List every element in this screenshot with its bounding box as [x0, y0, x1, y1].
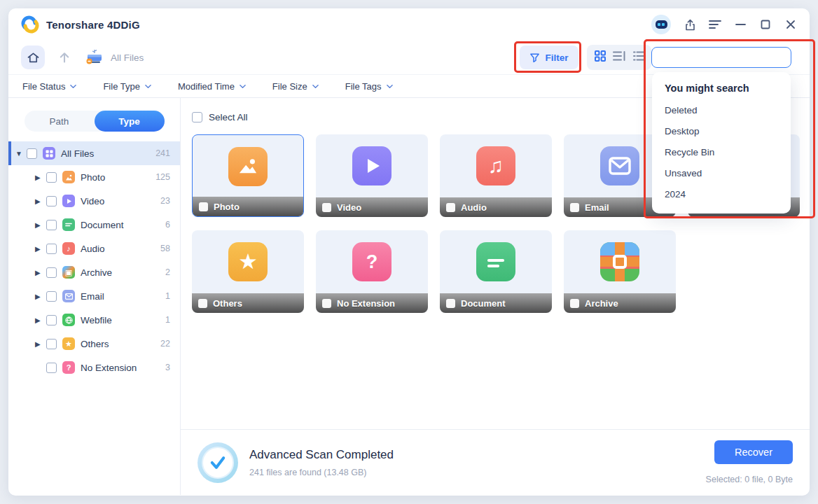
sidebar-item-label: All Files [61, 148, 94, 159]
card-video[interactable]: Video [316, 134, 428, 217]
grid-view-icon[interactable] [594, 50, 606, 65]
close-icon[interactable] [784, 18, 797, 31]
minimize-icon[interactable] [734, 18, 747, 31]
search-input[interactable] [662, 52, 785, 63]
checkbox[interactable] [27, 148, 37, 159]
sidebar-item-all-files[interactable]: ▼ All Files 241 [8, 141, 180, 165]
view-mode-switcher [587, 45, 651, 70]
home-button[interactable] [21, 46, 45, 69]
chevron-down-icon [145, 83, 151, 90]
card-document[interactable]: Document [440, 230, 552, 313]
detail-list-view-icon[interactable] [613, 50, 626, 64]
sidebar-item-audio[interactable]: ▶ ♪ Audio 58 [8, 237, 180, 260]
video-icon [62, 195, 75, 207]
up-arrow-button[interactable] [57, 50, 71, 64]
video-icon [352, 146, 391, 186]
checkbox[interactable] [46, 291, 57, 302]
select-all-label: Select All [209, 112, 248, 122]
filter-modified-time[interactable]: Modified Time [178, 81, 246, 92]
status-bar: Advanced Scan Completed 241 files are fo… [181, 429, 810, 495]
checkbox[interactable] [46, 172, 57, 183]
checkbox[interactable] [46, 220, 57, 230]
card-photo[interactable]: Photo [192, 134, 304, 217]
document-icon [476, 242, 515, 281]
card-others[interactable]: ★ Others [192, 230, 304, 313]
app-logo-icon [21, 15, 39, 34]
sidebar-item-count: 241 [155, 148, 180, 158]
chevron-down-icon [240, 83, 246, 90]
suggestion-unsaved[interactable]: Unsaved [665, 162, 778, 183]
filter-button-label: Filter [545, 52, 568, 63]
tab-path[interactable]: Path [25, 111, 95, 132]
card-checkbox[interactable] [570, 203, 579, 212]
card-no-extension[interactable]: ? No Extension [316, 230, 428, 313]
card-checkbox[interactable] [570, 299, 579, 308]
card-checkbox[interactable] [322, 203, 331, 212]
sidebar-item-archive[interactable]: ▶ ▣ Archive 2 [8, 260, 180, 284]
checkbox[interactable] [46, 315, 57, 326]
sidebar-item-webfile[interactable]: ▶ Webfile 1 [8, 308, 180, 332]
filter-button[interactable]: Filter [520, 46, 578, 69]
sidebar-item-photo[interactable]: ▶ Photo 125 [8, 165, 180, 189]
suggestion-2024[interactable]: 2024 [665, 183, 778, 204]
filter-file-status[interactable]: File Status [22, 81, 76, 92]
card-checkbox[interactable] [198, 299, 207, 308]
checkbox[interactable] [46, 339, 57, 349]
sidebar-item-others[interactable]: ▶ ★ Others 22 [8, 332, 180, 356]
sidebar-tab-toggle: Path Type [25, 111, 165, 132]
suggestions-header: You might search [665, 83, 778, 94]
card-checkbox[interactable] [322, 299, 331, 308]
filter-file-size[interactable]: File Size [272, 81, 319, 92]
caret-right-icon[interactable]: ▶ [35, 269, 45, 276]
caret-right-icon[interactable]: ▶ [35, 340, 45, 348]
card-audio[interactable]: ♫ Audio [440, 134, 552, 217]
breadcrumb: All Files [111, 52, 144, 63]
card-checkbox[interactable] [446, 299, 455, 308]
email-icon [600, 146, 639, 186]
checkbox[interactable] [46, 363, 57, 373]
filter-file-tags[interactable]: File Tags [345, 81, 393, 92]
checkbox[interactable] [46, 267, 57, 278]
caret-down-icon[interactable]: ▼ [15, 150, 25, 158]
sidebar-item-video[interactable]: ▶ Video 23 [8, 189, 180, 213]
suggestion-deleted[interactable]: Deleted [665, 99, 778, 120]
maximize-icon[interactable] [759, 18, 772, 31]
ai-assistant-icon[interactable] [651, 15, 671, 34]
tab-type[interactable]: Type [95, 111, 165, 132]
checkbox[interactable] [46, 244, 57, 254]
no-extension-icon: ? [352, 242, 391, 281]
app-title: Tenorshare 4DDiG [46, 19, 140, 31]
checkbox[interactable] [46, 196, 57, 206]
filter-file-type[interactable]: File Type [103, 81, 151, 92]
card-checkbox[interactable] [446, 203, 455, 212]
list-view-icon[interactable] [633, 50, 645, 64]
menu-icon[interactable] [709, 18, 721, 31]
sidebar-item-no-extension[interactable]: ? No Extension 3 [8, 356, 180, 379]
caret-right-icon[interactable]: ▶ [35, 197, 45, 205]
search-suggestions-dropdown: You might search Deleted Desktop Recycle… [652, 72, 791, 214]
archive-icon [600, 242, 639, 281]
caret-right-icon[interactable]: ▶ [35, 316, 45, 324]
email-icon [62, 290, 75, 302]
select-all-checkbox[interactable] [192, 112, 202, 122]
card-archive[interactable]: Archive [564, 230, 676, 313]
sidebar-item-document[interactable]: ▶ Document 6 [8, 213, 180, 237]
caret-right-icon[interactable]: ▶ [35, 221, 45, 229]
caret-right-icon[interactable]: ▶ [35, 293, 45, 300]
audio-icon: ♪ [62, 242, 75, 255]
recover-button[interactable]: Recover [714, 440, 793, 464]
caret-right-icon[interactable]: ▶ [35, 174, 45, 181]
suggestion-desktop[interactable]: Desktop [665, 120, 778, 141]
document-icon [62, 218, 75, 231]
app-window: Tenorshare 4DDiG [8, 8, 810, 496]
sidebar-item-email[interactable]: ▶ Email 1 [8, 284, 180, 308]
chevron-down-icon [387, 83, 393, 90]
search-box[interactable]: AI [651, 47, 791, 68]
caret-right-icon[interactable]: ▶ [35, 245, 45, 253]
suggestion-recycle-bin[interactable]: Recycle Bin [665, 141, 778, 162]
all-files-icon [43, 147, 55, 160]
share-icon[interactable] [684, 18, 696, 31]
audio-icon: ♫ [476, 146, 515, 186]
card-checkbox[interactable] [199, 202, 208, 211]
chevron-down-icon [70, 83, 76, 90]
